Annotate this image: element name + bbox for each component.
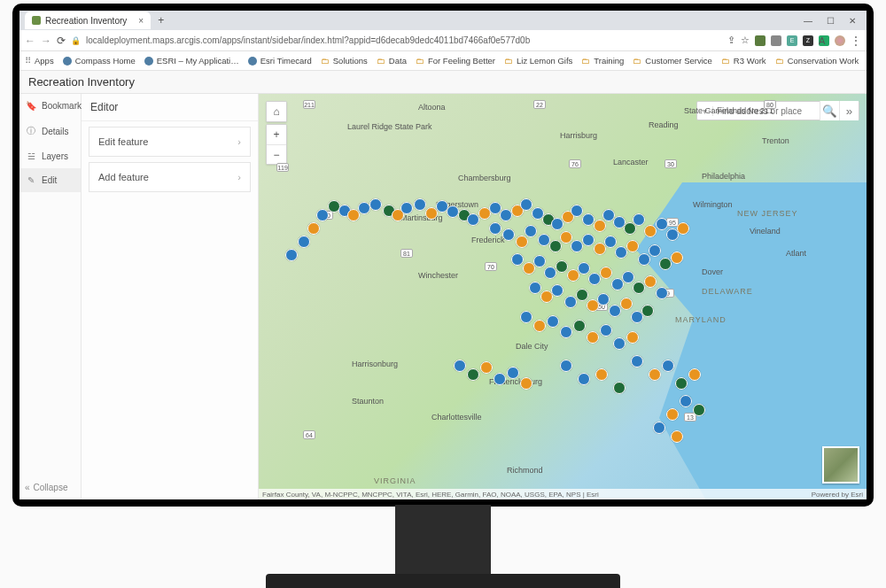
extension-shield-icon[interactable] (771, 35, 781, 46)
map-marker[interactable] (613, 337, 626, 350)
map-marker[interactable] (653, 422, 665, 434)
map-marker[interactable] (494, 373, 506, 385)
browser-menu-icon[interactable]: ⋮ (851, 35, 861, 47)
map-marker[interactable] (564, 296, 577, 308)
map-marker[interactable] (656, 218, 668, 230)
map-marker[interactable] (414, 198, 426, 211)
map-marker[interactable] (547, 315, 559, 328)
bookmark-item[interactable]: Compass Home (63, 56, 136, 66)
map-marker[interactable] (626, 331, 639, 344)
map-marker[interactable] (620, 298, 633, 310)
map-marker[interactable] (529, 282, 541, 294)
map-marker[interactable] (511, 253, 524, 266)
map-marker[interactable] (582, 213, 595, 226)
map-marker[interactable] (595, 368, 608, 381)
map-marker[interactable] (520, 198, 532, 211)
profile-avatar[interactable] (835, 35, 845, 46)
new-tab-button[interactable]: + (151, 14, 171, 27)
search-more-button[interactable]: » (839, 101, 859, 120)
map-marker[interactable] (571, 205, 583, 217)
map-marker[interactable] (316, 209, 329, 221)
map-marker[interactable] (656, 287, 668, 299)
map-marker[interactable] (544, 267, 556, 279)
map-marker[interactable] (680, 395, 692, 407)
extension-icon[interactable] (755, 35, 766, 46)
map-marker[interactable] (400, 202, 413, 214)
map-marker[interactable] (480, 361, 493, 374)
map-marker[interactable] (638, 253, 650, 266)
map-marker[interactable] (533, 320, 546, 332)
bookmark-folder[interactable]: 🗀Conservation Work (775, 56, 859, 66)
map-marker[interactable] (631, 355, 643, 368)
map-marker[interactable] (600, 267, 612, 279)
map-marker[interactable] (520, 311, 532, 323)
map-marker[interactable] (600, 324, 612, 337)
map-marker[interactable] (560, 326, 572, 338)
url-text[interactable]: localdeployment.maps.arcgis.com/apps/ins… (86, 35, 722, 45)
star-icon[interactable]: ☆ (741, 35, 750, 46)
map-marker[interactable] (671, 251, 683, 264)
map-marker[interactable] (662, 360, 674, 372)
share-icon[interactable]: ⇪ (727, 35, 735, 46)
map-marker[interactable] (613, 382, 626, 394)
extension-e-icon[interactable]: E (787, 35, 797, 46)
browser-tab[interactable]: Recreation Inventory × (25, 12, 151, 29)
map-marker[interactable] (533, 255, 546, 267)
map-marker[interactable] (307, 222, 320, 235)
map-marker[interactable] (644, 225, 657, 237)
map-marker[interactable] (609, 305, 621, 317)
map-marker[interactable] (500, 209, 512, 221)
map-marker[interactable] (633, 282, 645, 294)
map-marker[interactable] (666, 408, 679, 421)
home-button[interactable]: ⌂ (267, 102, 286, 121)
map-marker[interactable] (467, 368, 479, 381)
bookmark-item[interactable]: ESRI – My Applicati… (144, 56, 239, 66)
map-marker[interactable] (298, 236, 310, 248)
map-marker[interactable] (560, 360, 572, 372)
map-marker[interactable] (693, 404, 705, 416)
map-marker[interactable] (615, 246, 627, 259)
search-button[interactable]: 🔍 (820, 101, 839, 120)
map-marker[interactable] (582, 234, 595, 246)
bookmark-folder[interactable]: 🗀Liz Lemon Gifs (504, 56, 572, 66)
map-marker[interactable] (649, 368, 661, 381)
map-marker[interactable] (551, 284, 563, 297)
zoom-in-button[interactable]: + (267, 125, 286, 144)
map-marker[interactable] (538, 234, 550, 246)
map-marker[interactable] (633, 213, 645, 226)
map-marker[interactable] (520, 377, 532, 390)
map-marker[interactable] (604, 236, 617, 248)
zoom-out-button[interactable]: − (267, 144, 286, 164)
map-marker[interactable] (578, 262, 590, 275)
map-marker[interactable] (467, 213, 479, 226)
bookmark-folder[interactable]: 🗀R3 Work (721, 56, 766, 66)
bookmark-folder[interactable]: 🗀For Feeling Better (416, 56, 495, 66)
collapse-button[interactable]: «Collapse (19, 476, 81, 499)
bookmark-folder[interactable]: 🗀Training (581, 56, 624, 66)
bookmark-apps[interactable]: ⠿Apps (25, 56, 54, 66)
map-marker[interactable] (622, 271, 634, 283)
map-marker[interactable] (571, 240, 583, 252)
map-marker[interactable] (659, 258, 672, 270)
bookmark-item[interactable]: Esri Timecard (248, 56, 312, 66)
map-marker[interactable] (644, 275, 657, 288)
map-marker[interactable] (549, 240, 562, 252)
map-marker[interactable] (454, 360, 466, 372)
window-min-icon[interactable]: — (798, 14, 818, 27)
map-marker[interactable] (597, 293, 610, 306)
sidebar-item-edit[interactable]: ✎Edit (19, 168, 81, 192)
bookmark-folder[interactable]: 🗀Solutions (321, 56, 368, 66)
map-marker[interactable] (502, 228, 515, 241)
map-marker[interactable] (576, 289, 588, 301)
map-marker[interactable] (578, 373, 590, 385)
map-view[interactable]: ⌂ + − ▾ 🔍 » Fairfax County, VA, M-NCPPC,… (259, 94, 867, 499)
map-marker[interactable] (588, 273, 601, 285)
map-marker[interactable] (560, 231, 572, 244)
back-icon[interactable]: ← (25, 35, 35, 47)
map-marker[interactable] (649, 244, 661, 257)
map-marker[interactable] (626, 240, 639, 252)
window-max-icon[interactable]: ☐ (821, 14, 840, 27)
map-marker[interactable] (594, 220, 606, 232)
map-marker[interactable] (285, 249, 298, 261)
map-marker[interactable] (369, 198, 382, 211)
